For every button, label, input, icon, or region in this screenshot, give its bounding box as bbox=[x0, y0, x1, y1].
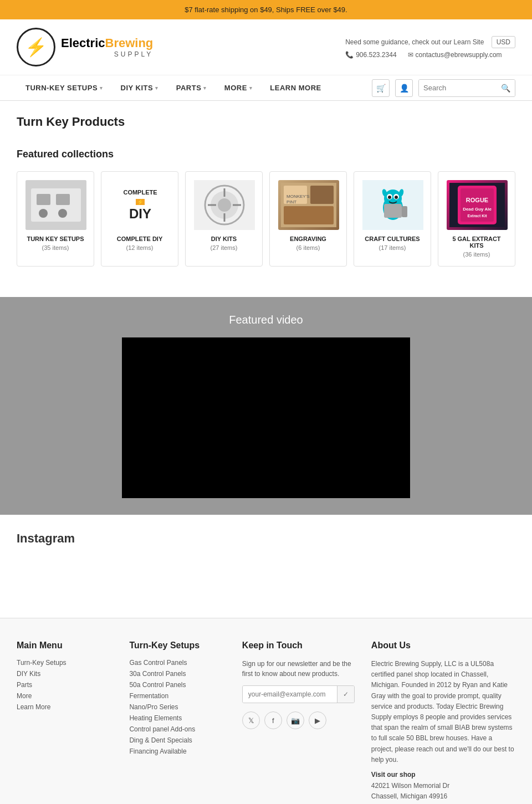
guidance-text: Need some guidance, check out our Learn … bbox=[345, 36, 515, 48]
social-icons: 𝕏 f 📷 ▶ bbox=[242, 711, 355, 729]
header-right: Need some guidance, check out our Learn … bbox=[345, 36, 515, 59]
footer-link-diy[interactable]: DIY Kits bbox=[17, 670, 112, 678]
collection-count: (36 items) bbox=[447, 251, 507, 258]
svg-rect-3 bbox=[56, 194, 70, 205]
footer-link-more[interactable]: More bbox=[17, 692, 112, 700]
featured-video-section: Featured video bbox=[0, 297, 532, 515]
collection-image bbox=[25, 180, 86, 230]
header-contact: 📞 906.523.2344 ✉ contactus@ebrewsupply.c… bbox=[345, 51, 515, 59]
footer-link-gas[interactable]: Gas Control Panels bbox=[129, 659, 225, 667]
collection-name: COMPLETE DIY bbox=[110, 235, 170, 242]
footer-main-menu-title: Main Menu bbox=[17, 641, 112, 651]
svg-text:Dead Guy Ale: Dead Guy Ale bbox=[463, 207, 492, 212]
collection-image bbox=[194, 180, 255, 230]
collection-name: CRAFT CULTURES bbox=[362, 235, 422, 242]
collection-image bbox=[362, 180, 423, 230]
nav-diy-kits[interactable]: DIY KITS ▾ bbox=[112, 75, 167, 100]
footer-turnkey-title: Turn-Key Setups bbox=[129, 641, 225, 651]
svg-rect-2 bbox=[37, 194, 50, 205]
logo-area: ⚡ ElectricBrewing SUPPLY bbox=[17, 28, 153, 66]
footer-link-parts[interactable]: Parts bbox=[17, 681, 112, 689]
currency-badge[interactable]: USD bbox=[492, 36, 515, 48]
collection-card-complete-diy[interactable]: COMPLETE ⚡ DIY COMPLETE DIY (12 items) bbox=[101, 171, 178, 267]
footer-link-learn[interactable]: Learn More bbox=[17, 703, 112, 711]
account-button[interactable]: 👤 bbox=[395, 79, 413, 97]
collection-count: (35 items) bbox=[25, 244, 85, 251]
footer-about-title: About Us bbox=[371, 641, 515, 651]
top-banner: $7 flat-rate shipping on $49, Ships FREE… bbox=[0, 0, 532, 19]
chevron-down-icon: ▾ bbox=[203, 85, 207, 91]
logo-electric: ElectricBrewing bbox=[61, 36, 153, 50]
instagram-section: Instagram bbox=[0, 515, 532, 618]
collection-card-extract-kits[interactable]: ROGUE Dead Guy Ale Extract Kit 5 GAL EXT… bbox=[438, 171, 515, 267]
collection-count: (12 items) bbox=[110, 244, 170, 251]
svg-rect-15 bbox=[310, 186, 334, 204]
email-contact: ✉ contactus@ebrewsupply.com bbox=[408, 51, 502, 59]
footer-link-heating[interactable]: Heating Elements bbox=[129, 714, 225, 722]
collection-card-turnkey[interactable]: TURN KEY SETUPS (35 items) bbox=[17, 171, 94, 267]
footer-keep-in-touch: Keep in Touch Sign up for our newsletter… bbox=[242, 641, 355, 802]
cart-button[interactable]: 🛒 bbox=[372, 79, 390, 97]
svg-rect-27 bbox=[402, 206, 407, 217]
footer-about-text: Electric Brewing Supply, LLC is a UL508a… bbox=[371, 659, 515, 765]
svg-rect-28 bbox=[384, 204, 402, 218]
collection-name: TURN KEY SETUPS bbox=[25, 235, 85, 242]
nav-turnkey[interactable]: TURN-KEY SETUPS ▾ bbox=[17, 75, 112, 100]
collection-card-diy-kits[interactable]: DIY KITS (27 items) bbox=[185, 171, 263, 267]
footer-link-fermentation[interactable]: Fermentation bbox=[129, 692, 225, 700]
facebook-icon[interactable]: f bbox=[264, 711, 282, 729]
video-player[interactable] bbox=[122, 337, 410, 498]
logo-circle: ⚡ bbox=[17, 28, 55, 66]
instagram-grid bbox=[17, 557, 515, 601]
footer-keep-in-touch-title: Keep in Touch bbox=[242, 641, 355, 651]
nav-learn-more[interactable]: LEARN MORE bbox=[261, 75, 330, 100]
visit-shop-label: Visit our shop bbox=[371, 771, 515, 779]
footer-link-ding-dent[interactable]: Ding & Dent Specials bbox=[129, 736, 225, 744]
banner-text: $7 flat-rate shipping on $49, Ships FREE… bbox=[185, 6, 347, 14]
collections-grid: TURN KEY SETUPS (35 items) COMPLETE ⚡ DI… bbox=[17, 171, 515, 267]
collection-card-engraving[interactable]: MONKEY'S PINT ENGRAVING (6 items) bbox=[269, 171, 347, 267]
nav-icons: 🛒 👤 🔍 bbox=[372, 79, 515, 97]
main-content: Turn Key Products Featured collections T… bbox=[0, 101, 532, 297]
turnkey-image bbox=[25, 180, 86, 230]
svg-point-4 bbox=[39, 209, 48, 218]
footer-about: About Us Electric Brewing Supply, LLC is… bbox=[371, 641, 515, 802]
logo-supply: SUPPLY bbox=[61, 50, 153, 58]
svg-point-5 bbox=[58, 209, 67, 218]
footer-link-nano[interactable]: Nano/Pro Series bbox=[129, 703, 225, 711]
footer-main-menu: Main Menu Turn-Key Setups DIY Kits Parts… bbox=[17, 641, 112, 802]
youtube-icon[interactable]: ▶ bbox=[309, 711, 326, 729]
instagram-title: Instagram bbox=[17, 531, 515, 546]
chevron-down-icon: ▾ bbox=[100, 85, 103, 91]
instagram-icon[interactable]: 📷 bbox=[287, 711, 304, 729]
search-button[interactable]: 🔍 bbox=[497, 80, 515, 96]
svg-point-24 bbox=[395, 196, 398, 199]
footer-link-turnkey[interactable]: Turn-Key Setups bbox=[17, 659, 112, 667]
nav-parts[interactable]: PARTS ▾ bbox=[167, 75, 216, 100]
collection-name: 5 GAL EXTRACT KITS bbox=[447, 235, 507, 249]
footer-link-50a[interactable]: 50a Control Panels bbox=[129, 681, 225, 689]
newsletter-submit-button[interactable]: ✓ bbox=[337, 686, 354, 703]
collection-name: ENGRAVING bbox=[278, 235, 338, 242]
address-line1: 42021 Wilson Memorial Dr bbox=[371, 781, 515, 791]
chevron-down-icon: ▾ bbox=[155, 85, 158, 91]
footer-link-30a[interactable]: 30a Control Panels bbox=[129, 670, 225, 678]
address-line2: Chassell, Michigan 49916 bbox=[371, 791, 515, 802]
search-box: 🔍 bbox=[418, 79, 515, 97]
logo-text: ElectricBrewing SUPPLY bbox=[61, 36, 153, 59]
nav-more[interactable]: MORE ▾ bbox=[216, 75, 262, 100]
footer-link-control-addons[interactable]: Control panel Add-ons bbox=[129, 725, 225, 733]
collection-count: (27 items) bbox=[194, 244, 254, 251]
svg-text:PINT: PINT bbox=[287, 199, 296, 204]
newsletter-email-input[interactable] bbox=[243, 686, 337, 703]
rogue-image: ROGUE Dead Guy Ale Extract Kit bbox=[447, 180, 508, 230]
footer-link-financing[interactable]: Financing Available bbox=[129, 747, 225, 755]
twitter-icon[interactable]: 𝕏 bbox=[242, 711, 260, 729]
svg-text:MONKEY'S: MONKEY'S bbox=[287, 194, 310, 199]
engraving-image: MONKEY'S PINT bbox=[278, 180, 339, 230]
collection-card-craft-cultures[interactable]: CRAFT CULTURES (17 items) bbox=[354, 171, 431, 267]
email-input-row: ✓ bbox=[242, 685, 355, 703]
search-input[interactable] bbox=[419, 80, 497, 96]
page-title: Turn Key Products bbox=[17, 115, 515, 137]
collection-count: (6 items) bbox=[278, 244, 338, 251]
